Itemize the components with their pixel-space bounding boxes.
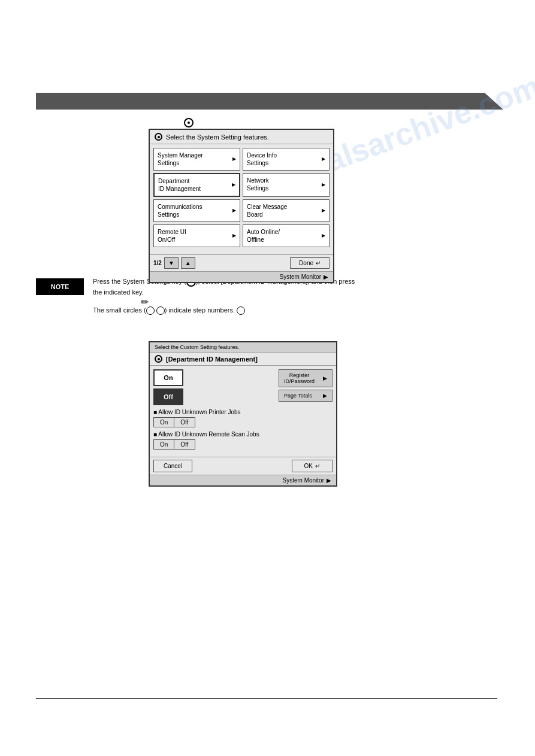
dialog2-outer-header: Select the Custom Setting features. xyxy=(150,342,336,353)
scan-off-btn[interactable]: Off xyxy=(174,439,195,450)
done-btn[interactable]: Done ↵ xyxy=(290,257,330,269)
menu-btn-clear-message-arrow: ▶ xyxy=(322,208,325,214)
menu-btn-system-manager-arrow: ▶ xyxy=(232,156,236,162)
page-totals-btn-label: Page Totals xyxy=(284,393,312,399)
register-btn-label: RegisterID/Password xyxy=(284,372,315,384)
options-section: ■ Allow ID Unknown Printer Jobs On Off ■… xyxy=(153,409,333,450)
register-btn-arrow: ▶ xyxy=(323,375,327,381)
ok-btn-icon: ↵ xyxy=(315,463,320,469)
menu-btn-network-arrow: ▶ xyxy=(322,182,325,188)
department-id-dialog: Select the Custom Setting features. [Dep… xyxy=(149,341,337,487)
step-icon-1 xyxy=(146,306,155,315)
dialog1-footer: 1/2 ▼ ▲ Done ↵ xyxy=(150,254,333,271)
printer-option-label: ■ Allow ID Unknown Printer Jobs xyxy=(153,409,333,415)
printer-option-row: ■ Allow ID Unknown Printer Jobs On Off xyxy=(153,409,333,427)
menu-btn-auto-online-label: Auto Online/Offline xyxy=(247,228,280,244)
register-btn[interactable]: RegisterID/Password ▶ xyxy=(279,369,333,387)
scan-on-btn[interactable]: On xyxy=(153,439,174,450)
menu-btn-device-info-arrow: ▶ xyxy=(322,156,325,162)
dialog1-system-monitor-arrow: ▶ xyxy=(324,274,328,280)
page-totals-btn[interactable]: Page Totals ▶ xyxy=(279,390,333,402)
menu-btn-remote-ui[interactable]: Remote UIOn/Off ▶ xyxy=(153,224,240,247)
off-button[interactable]: Off xyxy=(153,388,183,405)
dialog1-system-monitor-bar: System Monitor ▶ xyxy=(150,271,333,282)
nav-up-btn[interactable]: ▲ xyxy=(181,257,195,269)
menu-grid: System ManagerSettings ▶ Device InfoSett… xyxy=(153,148,330,247)
done-btn-icon: ↵ xyxy=(316,260,321,266)
scan-on-off: On Off xyxy=(153,439,333,450)
body-text-2: the indicated key. xyxy=(93,289,144,296)
printer-on-off: On Off xyxy=(153,417,333,427)
body-text-3: The small circles ( xyxy=(93,306,146,314)
on-off-buttons: On Off xyxy=(153,369,183,405)
dialog2-icon xyxy=(155,355,162,363)
ok-btn-label: OK xyxy=(304,463,313,469)
right-action-buttons: RegisterID/Password ▶ Page Totals ▶ xyxy=(279,369,333,405)
header-bar xyxy=(36,93,503,110)
menu-btn-network-label: NetworkSettings xyxy=(247,177,269,192)
menu-btn-communications-arrow: ▶ xyxy=(232,208,236,214)
cancel-button[interactable]: Cancel xyxy=(153,460,192,472)
dialog2-title: [Department ID Management] xyxy=(166,356,258,363)
menu-btn-clear-message[interactable]: Clear MessageBoard ▶ xyxy=(243,199,330,222)
dialog1-title: Select the System Setting features. xyxy=(166,133,269,141)
nav-down-btn[interactable]: ▼ xyxy=(164,257,179,269)
dialog2-footer: Cancel OK ↵ xyxy=(150,457,336,475)
menu-btn-department-id-arrow: ▶ xyxy=(232,182,235,188)
menu-btn-clear-message-label: Clear MessageBoard xyxy=(247,203,287,218)
menu-btn-department-id-label: DepartmentID Management xyxy=(158,177,201,193)
scan-option-row: ■ Allow ID Unknown Remote Scan Jobs On O… xyxy=(153,431,333,450)
menu-btn-system-manager[interactable]: System ManagerSettings ▶ xyxy=(153,148,240,171)
dialog2-body: On Off RegisterID/Password ▶ Page Totals… xyxy=(150,366,336,457)
step-icons xyxy=(146,306,165,315)
body-text-block2: The small circles ( ) indicate step numb… xyxy=(93,305,494,316)
ok-button[interactable]: OK ↵ xyxy=(292,460,333,472)
printer-on-btn[interactable]: On xyxy=(153,417,174,427)
dialog2-system-monitor-arrow: ▶ xyxy=(327,477,331,484)
page-totals-btn-arrow: ▶ xyxy=(323,393,327,399)
step-icon-2 xyxy=(156,306,165,315)
dialog1-system-monitor-label: System Monitor xyxy=(280,274,321,280)
note-box: NOTE xyxy=(36,278,84,295)
note-label: NOTE xyxy=(51,283,69,290)
on-off-row: On Off RegisterID/Password ▶ Page Totals… xyxy=(153,369,333,405)
menu-btn-auto-online[interactable]: Auto Online/Offline ▶ xyxy=(243,224,330,247)
dialog2-system-monitor-bar: System Monitor ▶ xyxy=(150,475,336,485)
on-button[interactable]: On xyxy=(153,369,183,386)
dialog1-title-bar: Select the System Setting features. xyxy=(150,130,333,144)
menu-btn-device-info-label: Device InfoSettings xyxy=(247,151,277,167)
body-text-3b: ) indicate step numbers. xyxy=(165,306,237,314)
menu-btn-network[interactable]: NetworkSettings ▶ xyxy=(243,173,330,197)
page-indicator: 1/2 xyxy=(153,260,162,266)
system-settings-dialog: Select the System Setting features. Syst… xyxy=(149,129,334,283)
dialog2-outer-header-label: Select the Custom Setting features. xyxy=(155,344,240,350)
menu-btn-remote-ui-arrow: ▶ xyxy=(232,233,236,239)
menu-btn-communications[interactable]: CommunicationsSettings ▶ xyxy=(153,199,240,222)
menu-btn-device-info[interactable]: Device InfoSettings ▶ xyxy=(243,148,330,171)
dialog2-system-monitor-label: System Monitor xyxy=(283,477,324,484)
step-icon-3 xyxy=(237,306,245,315)
done-btn-label: Done xyxy=(299,260,313,266)
scan-option-label: ■ Allow ID Unknown Remote Scan Jobs xyxy=(153,431,333,438)
menu-btn-remote-ui-label: Remote UIOn/Off xyxy=(158,228,186,244)
menu-btn-system-manager-label: System ManagerSettings xyxy=(158,151,203,167)
bottom-line xyxy=(36,698,497,699)
printer-off-btn[interactable]: Off xyxy=(174,417,195,427)
settings-icon xyxy=(184,118,194,129)
dialog1-body: System ManagerSettings ▶ Device InfoSett… xyxy=(150,144,333,254)
menu-btn-communications-label: CommunicationsSettings xyxy=(158,203,202,218)
menu-btn-auto-online-arrow: ▶ xyxy=(322,233,325,239)
dialog2-title-bar: [Department ID Management] xyxy=(150,353,336,366)
menu-btn-department-id[interactable]: DepartmentID Management ▶ xyxy=(153,173,240,197)
dialog1-icon xyxy=(155,133,162,141)
